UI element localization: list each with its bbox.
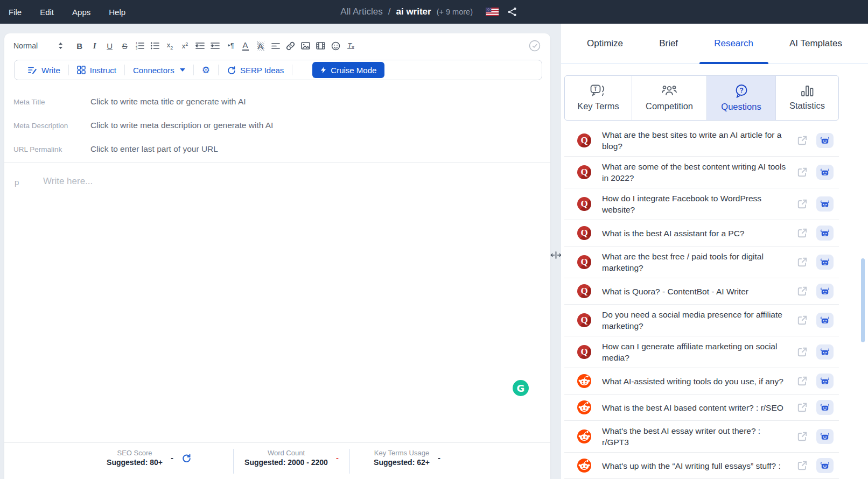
ai-bot-button[interactable]: [816, 400, 834, 415]
outdent-icon[interactable]: [194, 40, 206, 52]
question-row-6[interactable]: Q What is Quora? - ContentBot - AI Write…: [564, 278, 839, 305]
ai-bot-button[interactable]: [816, 458, 834, 473]
breadcrumb-all-articles[interactable]: All Articles: [340, 6, 382, 17]
text-direction-icon[interactable]: ‣¶: [224, 40, 236, 52]
indent-icon[interactable]: [209, 40, 221, 52]
instruct-button[interactable]: Instruct: [77, 66, 116, 75]
bullet-list-icon[interactable]: [149, 40, 161, 52]
ai-bot-button[interactable]: [816, 284, 834, 299]
external-link-icon[interactable]: [797, 376, 808, 386]
write-button[interactable]: Write: [27, 66, 60, 75]
saved-check-icon[interactable]: [529, 40, 541, 52]
instruct-label: Instruct: [90, 66, 116, 75]
question-row-9[interactable]: What AI-assisted writing tools do you us…: [564, 368, 839, 395]
subtab-competition[interactable]: Competition: [632, 76, 707, 120]
question-row-12[interactable]: What's up with the “AI writing full essa…: [564, 453, 839, 479]
question-row-4[interactable]: Q What is the best AI assistant for a PC…: [564, 220, 839, 246]
us-flag-icon[interactable]: [486, 8, 499, 16]
paragraph-style-dropdown[interactable]: Normal: [13, 41, 63, 50]
document-title[interactable]: ai writer: [396, 6, 431, 17]
image-icon[interactable]: [299, 40, 312, 52]
question-row-7[interactable]: Q Do you need a social media presence fo…: [564, 305, 839, 336]
subtab-questions[interactable]: ? Questions: [707, 76, 776, 120]
meta-title-field[interactable]: Meta Title Click to write meta title or …: [4, 90, 550, 114]
subtab-statistics[interactable]: Statistics: [776, 76, 838, 120]
ai-bot-button[interactable]: [816, 133, 834, 148]
tab-research[interactable]: Research: [712, 24, 755, 64]
connectors-dropdown[interactable]: Connectors: [133, 66, 185, 75]
serp-ideas-button[interactable]: SERP Ideas: [227, 66, 284, 75]
external-link-icon[interactable]: [797, 257, 808, 267]
question-row-5[interactable]: Q What are the best free / paid tools fo…: [564, 246, 839, 278]
external-link-icon[interactable]: [797, 228, 808, 238]
chevron-down-icon: [180, 68, 185, 72]
editor-body[interactable]: p Write here...: [4, 163, 550, 389]
underline-icon[interactable]: U: [103, 40, 116, 52]
ai-bot-button[interactable]: [816, 374, 834, 389]
external-link-icon[interactable]: [797, 135, 808, 146]
refresh-score-icon[interactable]: [181, 453, 191, 463]
external-link-icon[interactable]: [797, 286, 808, 297]
scrollbar-thumb[interactable]: [861, 258, 865, 342]
settings-button[interactable]: ⚙: [202, 66, 210, 75]
write-icon: [27, 66, 37, 74]
line-height-icon[interactable]: [269, 40, 282, 52]
superscript-icon[interactable]: x2: [179, 40, 191, 52]
link-icon[interactable]: [284, 40, 297, 52]
external-link-icon[interactable]: [797, 199, 808, 209]
text-color-icon[interactable]: A: [239, 40, 251, 52]
emoji-icon[interactable]: [330, 40, 342, 52]
clear-formatting-icon[interactable]: Tx: [345, 40, 357, 52]
tab-optimize[interactable]: Optimize: [585, 24, 625, 64]
question-row-10[interactable]: What is the best AI based content writer…: [564, 395, 839, 421]
share-icon[interactable]: [507, 7, 517, 17]
video-icon[interactable]: [314, 40, 327, 52]
breadcrumb-more-count[interactable]: (+ 9 more): [437, 8, 473, 16]
external-link-icon[interactable]: [797, 167, 808, 178]
quora-source-icon: Q: [577, 165, 591, 179]
robot-icon: [820, 258, 830, 266]
svg-text:?: ?: [739, 87, 743, 94]
question-row-1[interactable]: Q What are the best sites to write an AI…: [564, 125, 839, 157]
question-row-8[interactable]: Q How can I generate affiliate marketing…: [564, 336, 839, 368]
strikethrough-icon[interactable]: S: [118, 40, 131, 52]
key-terms-usage-label: Key Terms Usage: [374, 449, 429, 457]
menu-file[interactable]: File: [9, 8, 22, 17]
menu-edit[interactable]: Edit: [40, 8, 54, 17]
question-row-11[interactable]: What's the best AI essay writer out ther…: [564, 421, 839, 453]
question-row-2[interactable]: Q What are some of the best content writ…: [564, 157, 839, 188]
quora-source-icon: Q: [577, 345, 591, 359]
ai-bot-button[interactable]: [816, 429, 834, 444]
ai-bot-button[interactable]: [816, 196, 834, 212]
cruise-mode-label: Cruise Mode: [331, 66, 376, 75]
questions-list: Q What are the best sites to write an AI…: [564, 125, 839, 479]
external-link-icon[interactable]: [797, 460, 808, 471]
menu-help[interactable]: Help: [109, 8, 125, 17]
ordered-list-icon[interactable]: 123: [134, 40, 146, 52]
ai-bot-button[interactable]: [816, 313, 834, 328]
meta-description-field[interactable]: Meta Description Click to write meta des…: [4, 114, 550, 137]
tab-ai-templates[interactable]: AI Templates: [787, 24, 844, 64]
bold-icon[interactable]: B: [73, 40, 86, 52]
highlight-icon[interactable]: A: [254, 40, 267, 52]
url-permalink-field[interactable]: URL Permalink Click to enter last part o…: [4, 137, 550, 161]
ai-bot-button[interactable]: [816, 226, 834, 241]
external-link-icon[interactable]: [797, 431, 808, 442]
ai-bot-button[interactable]: [816, 344, 834, 360]
cruise-mode-button[interactable]: Cruise Mode: [312, 62, 384, 78]
external-link-icon[interactable]: [797, 315, 808, 326]
subscript-icon[interactable]: x2: [164, 40, 176, 52]
grammarly-badge[interactable]: G: [513, 380, 529, 396]
serp-ideas-label: SERP Ideas: [240, 66, 284, 75]
ai-bot-button[interactable]: [816, 165, 834, 180]
italic-icon[interactable]: I: [88, 40, 101, 52]
question-text: What are the best sites to write an AI a…: [602, 129, 797, 152]
external-link-icon[interactable]: [797, 347, 808, 357]
subtab-key-terms[interactable]: T Key Terms: [565, 76, 632, 120]
external-link-icon[interactable]: [797, 402, 808, 413]
question-row-3[interactable]: Q How do I integrate Facebook to WordPre…: [564, 188, 839, 220]
ai-bot-button[interactable]: [816, 255, 834, 270]
panel-resize-handle[interactable]: [550, 251, 562, 259]
menu-apps[interactable]: Apps: [72, 8, 90, 17]
tab-brief[interactable]: Brief: [657, 24, 680, 64]
